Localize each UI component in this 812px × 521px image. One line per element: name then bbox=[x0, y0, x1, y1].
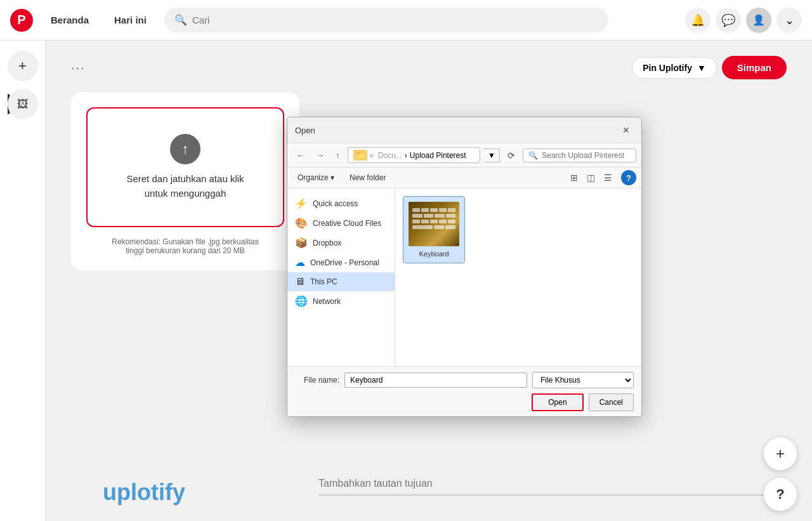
organize-button[interactable]: Organize ▾ bbox=[292, 171, 339, 185]
search-input[interactable] bbox=[192, 15, 598, 25]
onedrive-icon: ☁ bbox=[295, 256, 305, 268]
creative-cloud-icon: 🎨 bbox=[295, 217, 308, 229]
nav-today[interactable]: Hari ini bbox=[107, 10, 154, 30]
view-panel-button[interactable]: ◫ bbox=[583, 170, 599, 185]
nav-dropbox[interactable]: 📦 Dropbox bbox=[287, 233, 395, 253]
filename-label: File name: bbox=[295, 376, 339, 385]
network-icon: 🌐 bbox=[295, 295, 308, 307]
search-bar[interactable]: 🔍 bbox=[164, 8, 608, 32]
dialog-search-input[interactable] bbox=[542, 151, 631, 160]
quick-access-icon: ⚡ bbox=[295, 197, 308, 209]
content-area: ··· Pin Uplotify ▼ Simpan ↑ Seret dan ja… bbox=[46, 41, 812, 521]
nav-creative-cloud[interactable]: 🎨 Creative Cloud Files bbox=[287, 213, 395, 233]
dialog-close-button[interactable]: ✕ bbox=[619, 122, 634, 138]
dialog-title: Open bbox=[295, 126, 315, 135]
nav-creative-cloud-label: Creative Cloud Files bbox=[313, 219, 381, 228]
nav-home[interactable]: Beranda bbox=[43, 10, 96, 30]
nav-onedrive[interactable]: ☁ OneDrive - Personal bbox=[287, 253, 395, 272]
new-folder-button[interactable]: New folder bbox=[344, 171, 391, 185]
filetype-select[interactable]: File Khusus bbox=[532, 372, 634, 388]
search-icon-small: 🔍 bbox=[528, 151, 538, 160]
nav-quick-access[interactable]: ⚡ Quick access bbox=[287, 194, 395, 213]
back-button[interactable]: ← bbox=[292, 148, 308, 162]
nav-onedrive-label: OneDrive - Personal bbox=[310, 258, 379, 267]
nav-dropbox-label: Dropbox bbox=[313, 239, 341, 247]
view-buttons: ⊞ ◫ ☰ bbox=[566, 170, 616, 185]
dialog-files-area: Keyboard bbox=[395, 188, 641, 366]
dialog-bottom: File name: File Khusus Open Cancel bbox=[287, 366, 641, 416]
nav-network[interactable]: 🌐 Network bbox=[287, 291, 395, 311]
dialog-titlebar: Open ✕ bbox=[287, 117, 641, 143]
file-open-dialog: Open ✕ ← → ↑ 📁 « Docu... › Upload Pinter… bbox=[287, 117, 642, 417]
dialog-overlay: Open ✕ ← → ↑ 📁 « Docu... › Upload Pinter… bbox=[46, 41, 812, 521]
nav-network-label: Network bbox=[313, 297, 341, 306]
messages-button[interactable]: 💬 bbox=[716, 8, 741, 33]
dialog-help-button[interactable]: ? bbox=[621, 170, 636, 185]
nav-this-pc-label: This PC bbox=[310, 277, 337, 286]
pinterest-logo[interactable]: P bbox=[10, 9, 33, 32]
nav-this-pc[interactable]: 🖥 This PC bbox=[287, 272, 395, 291]
filename-input[interactable] bbox=[344, 373, 527, 388]
open-button[interactable]: Open bbox=[532, 393, 583, 411]
path-separator-1: › bbox=[405, 151, 407, 160]
filename-row: File name: File Khusus bbox=[295, 372, 634, 388]
notifications-button[interactable]: 🔔 bbox=[685, 8, 710, 33]
keyboard-image bbox=[409, 202, 459, 246]
sidebar-add-button[interactable]: + bbox=[8, 51, 38, 81]
file-item-keyboard[interactable]: Keyboard bbox=[403, 196, 465, 263]
dropbox-icon: 📦 bbox=[295, 237, 308, 249]
file-name-keyboard: Keyboard bbox=[419, 250, 449, 258]
refresh-button[interactable]: ⟳ bbox=[504, 148, 519, 163]
view-list-button[interactable]: ☰ bbox=[600, 170, 616, 185]
forward-button[interactable]: → bbox=[312, 148, 328, 162]
expand-button[interactable]: ⌄ bbox=[776, 8, 802, 33]
path-part-1: « Docu... bbox=[370, 151, 402, 160]
top-navigation: P Beranda Hari ini 🔍 🔔 💬 👤 ⌄ bbox=[0, 0, 812, 41]
dialog-toolbar2: Organize ▾ New folder ⊞ ◫ ☰ ? bbox=[287, 168, 641, 188]
left-sidebar: + 🖼 bbox=[0, 41, 46, 521]
up-button[interactable]: ↑ bbox=[332, 148, 344, 162]
path-dropdown-button[interactable]: ▼ bbox=[484, 148, 500, 162]
dialog-addressbar: ← → ↑ 📁 « Docu... › Upload Pinterest ▼ ⟳… bbox=[287, 143, 641, 168]
search-icon: 🔍 bbox=[174, 14, 187, 26]
user-avatar[interactable]: 👤 bbox=[746, 8, 771, 33]
cancel-button[interactable]: Cancel bbox=[589, 393, 634, 411]
nav-icons: 🔔 💬 👤 ⌄ bbox=[685, 8, 802, 33]
path-part-2: Upload Pinterest bbox=[410, 151, 466, 160]
dialog-body: ⚡ Quick access 🎨 Creative Cloud Files 📦 … bbox=[287, 188, 641, 366]
file-thumbnail bbox=[409, 202, 459, 246]
path-folder-icon: 📁 bbox=[353, 150, 367, 161]
main-layout: + 🖼 ··· Pin Uplotify ▼ Simpan ↑ Seret da… bbox=[0, 41, 812, 521]
this-pc-icon: 🖥 bbox=[295, 276, 305, 287]
sidebar-image-button[interactable]: 🖼 bbox=[8, 89, 38, 119]
nav-quick-access-label: Quick access bbox=[313, 199, 358, 208]
view-grid-button[interactable]: ⊞ bbox=[566, 170, 582, 185]
dialog-actions: Open Cancel bbox=[295, 393, 634, 411]
dialog-sidebar: ⚡ Quick access 🎨 Creative Cloud Files 📦 … bbox=[287, 188, 395, 366]
keyboard-keys-visual bbox=[412, 208, 455, 229]
address-path[interactable]: 📁 « Docu... › Upload Pinterest bbox=[348, 147, 481, 163]
address-search[interactable]: 🔍 bbox=[523, 148, 636, 162]
